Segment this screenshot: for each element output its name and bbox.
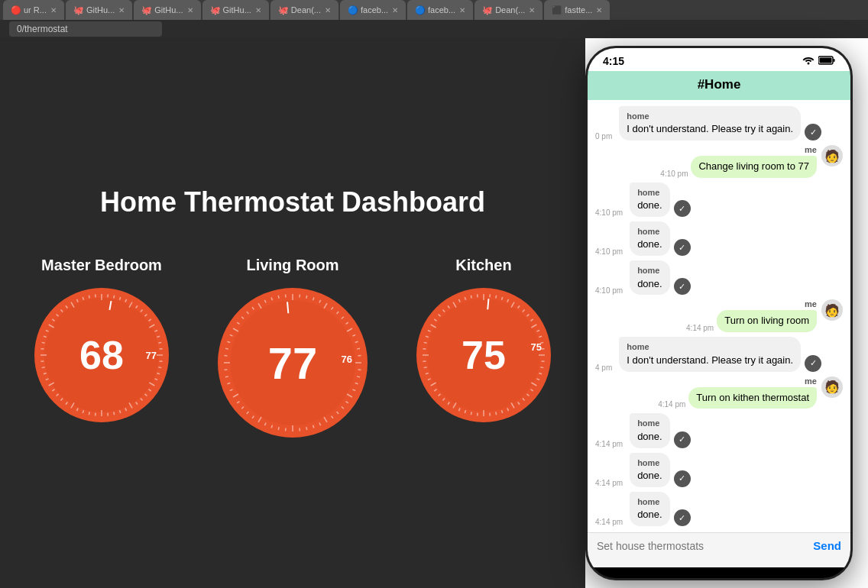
svg-line-73 [306, 296, 307, 299]
tab-icon-9: ⬛ [552, 5, 561, 15]
tab-close-5[interactable]: ✕ [325, 6, 331, 15]
tab-9[interactable]: ⬛ fastte... ✕ [544, 0, 610, 20]
tab-4[interactable]: 🐙 GitHu... ✕ [202, 0, 269, 20]
svg-line-11 [119, 297, 120, 300]
svg-line-32 [136, 402, 138, 405]
svg-line-60 [57, 315, 59, 317]
svg-line-92 [346, 402, 348, 403]
chat-messages[interactable]: 0 pm home I don't understand. Please try… [588, 100, 850, 532]
msg-time-4: 4:10 pm [595, 247, 623, 256]
svg-line-56 [44, 337, 47, 338]
tab-close-3[interactable]: ✕ [187, 6, 193, 15]
svg-line-176 [426, 373, 429, 374]
svg-line-109 [241, 407, 244, 409]
bubble-5: home done. [630, 260, 670, 295]
tab-close-7[interactable]: ✕ [459, 6, 465, 15]
svg-line-45 [60, 399, 63, 401]
svg-line-30 [144, 394, 147, 396]
tab-1[interactable]: 🔴 ur R... ✕ [3, 0, 64, 20]
svg-line-146 [539, 337, 542, 338]
thermostat-dial-3[interactable]: 75 75 [415, 286, 552, 424]
svg-line-154 [531, 383, 536, 386]
svg-line-175 [428, 379, 431, 380]
bubble-6: Turn on living room [717, 310, 817, 332]
svg-line-50 [44, 373, 47, 374]
svg-line-96 [324, 417, 327, 422]
svg-line-112 [230, 389, 233, 391]
bubble-11: home done. [630, 492, 670, 526]
tab-close-1[interactable]: ✕ [50, 6, 57, 15]
bubble-9: home done. [630, 413, 670, 447]
svg-line-167 [465, 411, 465, 414]
tab-2[interactable]: 🐙 GitHu... ✕ [66, 0, 132, 20]
svg-line-76 [324, 303, 327, 309]
send-button[interactable]: Send [813, 539, 841, 552]
chat-header: #Home [588, 71, 850, 100]
svg-line-184 [431, 325, 436, 328]
svg-line-182 [426, 337, 429, 338]
svg-line-119 [227, 342, 230, 343]
svg-line-44 [66, 402, 67, 405]
svg-line-28 [149, 383, 154, 386]
svg-line-97 [319, 423, 321, 426]
tab-close-2[interactable]: ✕ [118, 6, 125, 15]
thermostat-dial-2[interactable]: 77 76 [216, 286, 369, 439]
svg-line-90 [353, 389, 356, 391]
tab-8[interactable]: 🐙 Dean(... ✕ [474, 0, 542, 20]
dial-temp-3: 75 [462, 332, 506, 378]
svg-line-121 [233, 328, 238, 331]
svg-line-42 [76, 409, 78, 412]
thermostat-label-3: Kitchen [455, 257, 511, 274]
svg-line-169 [453, 403, 456, 409]
battery-icon [818, 54, 835, 68]
svg-line-62 [66, 306, 67, 309]
tab-icon-7: 🔵 [415, 5, 424, 15]
svg-line-181 [424, 343, 427, 344]
message-3: 4:10 pm home done. ✓ [595, 183, 843, 217]
svg-line-103 [278, 428, 279, 431]
svg-line-33 [129, 403, 132, 409]
svg-line-104 [271, 425, 272, 428]
dial-setpoint-1: 77 [146, 350, 157, 361]
svg-line-172 [439, 394, 441, 396]
svg-line-105 [264, 423, 266, 426]
tab-close-8[interactable]: ✕ [529, 6, 535, 15]
svg-line-35 [119, 411, 120, 414]
chat-input[interactable] [597, 540, 807, 552]
svg-line-98 [313, 425, 314, 428]
svg-line-138 [507, 299, 509, 302]
svg-line-31 [141, 399, 143, 401]
svg-line-113 [227, 383, 230, 384]
message-2: 🧑 me 4:10 pm Change living room to 77 [595, 145, 843, 178]
tab-7[interactable]: 🔵 faceb... ✕ [407, 0, 473, 20]
svg-line-106 [258, 417, 261, 422]
svg-line-125 [252, 308, 254, 310]
svg-line-61 [60, 310, 63, 312]
svg-line-2 [109, 302, 111, 311]
tab-6[interactable]: 🔵 faceb... ✕ [340, 0, 406, 20]
thermostat-living-room: Living Room 77 76 [216, 257, 369, 439]
thermostats-container: Master Bedroom /* ticks rendered below *… [33, 257, 552, 439]
thermostat-master-bedroom: Master Bedroom /* ticks rendered below *… [33, 257, 170, 424]
status-icons [802, 54, 835, 68]
chat-input-area: Send [588, 532, 850, 567]
status-time: 4:15 [603, 55, 624, 67]
svg-line-13 [129, 302, 132, 308]
tab-close-9[interactable]: ✕ [596, 6, 602, 15]
tab-3[interactable]: 🐙 GitHu... ✕ [134, 0, 200, 20]
svg-line-129 [453, 302, 456, 308]
svg-line-174 [431, 383, 436, 386]
check-icon-9: ✓ [674, 431, 691, 448]
svg-line-43 [71, 403, 74, 409]
home-indicator [673, 570, 765, 573]
tab-5[interactable]: 🐙 Dean(... ✕ [270, 0, 338, 20]
tab-close-4[interactable]: ✕ [255, 6, 261, 15]
svg-line-95 [332, 416, 333, 418]
tab-close-6[interactable]: ✕ [392, 6, 398, 15]
svg-line-89 [355, 383, 358, 384]
thermostat-label-2: Living Room [246, 257, 338, 274]
address-bar[interactable]: 0/thermostat [9, 21, 162, 37]
thermostat-dial-1[interactable]: /* ticks rendered below */ 68 77 [33, 286, 170, 424]
svg-line-160 [507, 409, 509, 412]
svg-line-58 [49, 325, 54, 328]
